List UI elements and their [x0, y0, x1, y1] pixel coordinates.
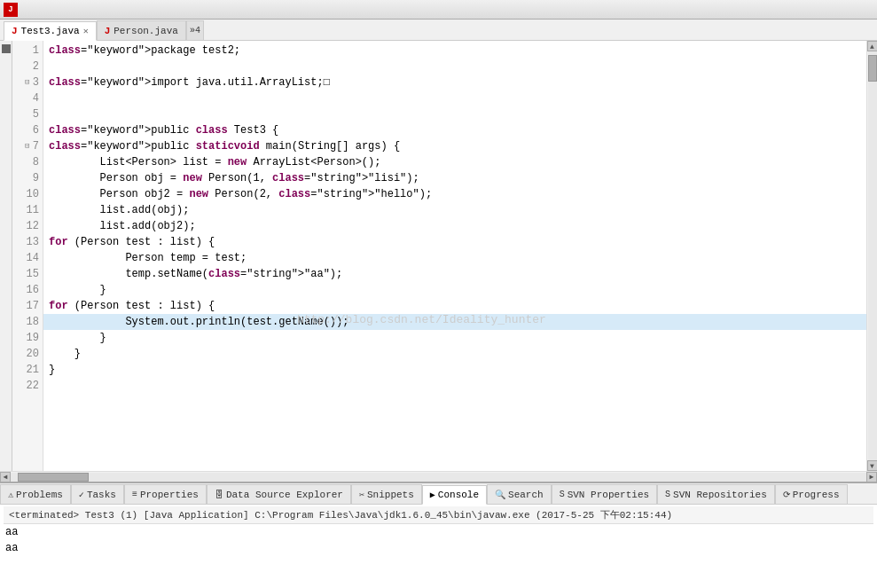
code-line-3: class="keyword">import java.util.ArrayLi…: [43, 74, 866, 90]
bottom-tab-label-2: Properties: [140, 490, 199, 500]
line-number-4: 4: [12, 90, 39, 106]
code-line-22: [43, 378, 866, 394]
line-number-14: 14: [12, 250, 39, 266]
tab-overflow[interactable]: »4: [186, 20, 204, 40]
fold-icon-7[interactable]: ⊟: [22, 141, 33, 152]
bottom-panel: ⚠Problems✓Tasks≡Properties🗄Data Source E…: [0, 482, 877, 588]
bottom-tab-icon-5: ▶: [430, 490, 435, 500]
bottom-tab-svn-repositories[interactable]: SSVN Repositories: [657, 484, 775, 504]
bottom-tab-label-8: SVN Repositories: [673, 490, 767, 500]
bottom-tab-icon-2: ≡: [132, 490, 137, 499]
bottom-tab-label-6: Search: [508, 490, 544, 500]
bottom-tab-label-5: Console: [438, 490, 479, 500]
line-number-10: 10: [12, 186, 39, 202]
code-line-17: for (Person test : list) {: [43, 298, 866, 314]
line-number-18: 18: [12, 314, 39, 330]
line-number-9: 9: [12, 170, 39, 186]
code-line-18: System.out.println(test.getName());: [43, 314, 866, 330]
bottom-tab-label-0: Problems: [16, 490, 63, 500]
bottom-tab-problems[interactable]: ⚠Problems: [0, 484, 71, 504]
scroll-track[interactable]: [868, 51, 877, 460]
code-line-1: class="keyword">package test2;: [43, 43, 866, 59]
bottom-tab-progress[interactable]: ⟳Progress: [775, 484, 848, 504]
bottom-tab-icon-7: S: [560, 490, 565, 499]
bottom-tab-tasks[interactable]: ✓Tasks: [71, 484, 124, 504]
bottom-tab-svn-properties[interactable]: SSVN Properties: [552, 484, 657, 504]
bottom-tab-label-7: SVN Properties: [568, 490, 649, 500]
tab-person-label: Person.java: [114, 26, 178, 36]
code-line-12: list.add(obj2);: [43, 218, 866, 234]
tab-java-icon2: J: [105, 26, 111, 36]
code-line-11: list.add(obj);: [43, 202, 866, 218]
line-number-1: 1: [12, 43, 39, 59]
bottom-tab-data-source-explorer[interactable]: 🗄Data Source Explorer: [207, 484, 351, 504]
left-strip: [0, 41, 12, 471]
line-number-20: 20: [12, 346, 39, 362]
scroll-right-arrow[interactable]: ▶: [866, 472, 877, 482]
code-line-7: class="keyword">public static void main(…: [43, 138, 866, 154]
bottom-tab-icon-6: 🔍: [495, 490, 505, 500]
code-line-8: List<Person> list = new ArrayList<Person…: [43, 154, 866, 170]
code-line-21: }: [43, 362, 866, 378]
code-line-9: Person obj = new Person(1, class="string…: [43, 170, 866, 186]
code-line-6: class="keyword">public class Test3 {: [43, 122, 866, 138]
app-icon: J: [4, 3, 18, 17]
bottom-tab-icon-1: ✓: [79, 490, 84, 500]
code-line-5: [43, 106, 866, 122]
line-number-2: 2: [12, 59, 39, 74]
line-number-11: 11: [12, 202, 39, 218]
console-panel: <terminated> Test3 (1) [Java Application…: [0, 505, 877, 588]
code-line-13: for (Person test : list) {: [43, 234, 866, 250]
vertical-scrollbar[interactable]: ▲ ▼: [866, 41, 877, 471]
title-bar-left: J: [4, 3, 18, 17]
bottom-tab-label-4: Snippets: [367, 490, 414, 500]
scroll-up-arrow[interactable]: ▲: [867, 41, 878, 51]
scroll-left-arrow[interactable]: ◀: [0, 472, 11, 482]
code-line-2: [43, 59, 866, 74]
title-bar: J: [0, 0, 877, 20]
bottom-tab-icon-8: S: [665, 490, 670, 499]
console-status-text: <terminated> Test3 (1) [Java Application…: [9, 508, 672, 521]
scroll-down-arrow[interactable]: ▼: [867, 460, 878, 471]
editor-tab-test3[interactable]: J Test3.java ✕: [4, 21, 97, 41]
h-scroll-track[interactable]: [11, 473, 866, 482]
bottom-tab-label-3: Data Source Explorer: [226, 490, 343, 500]
console-output-line-1: aa: [4, 540, 873, 556]
line-number-8: 8: [12, 154, 39, 170]
bottom-tab-console[interactable]: ▶Console: [422, 485, 487, 505]
main-editor-area: 12⊟3456⊟78910111213141516171819202122 cl…: [0, 41, 877, 471]
editor-tab-person[interactable]: J Person.java: [97, 20, 186, 40]
code-line-16: }: [43, 282, 866, 298]
code-editor[interactable]: class="keyword">package test2; class="ke…: [43, 41, 866, 471]
code-line-10: Person obj2 = new Person(2, class="strin…: [43, 186, 866, 202]
code-line-4: [43, 90, 866, 106]
line-number-16: 16: [12, 282, 39, 298]
horizontal-scrollbar[interactable]: ◀ ▶: [0, 471, 877, 482]
bottom-tab-properties[interactable]: ≡Properties: [124, 484, 207, 504]
line-number-19: 19: [12, 330, 39, 346]
tab-java-icon: J: [12, 26, 18, 36]
code-line-15: temp.setName(class="string">"aa");: [43, 266, 866, 282]
line-number-17: 17: [12, 298, 39, 314]
bottom-tab-icon-9: ⟳: [783, 490, 790, 500]
tab-test3-close[interactable]: ✕: [83, 26, 89, 36]
bottom-tab-icon-0: ⚠: [8, 490, 13, 500]
line-number-5: 5: [12, 106, 39, 122]
line-number-12: 12: [12, 218, 39, 234]
h-scroll-thumb[interactable]: [18, 473, 89, 482]
bottom-tab-label-1: Tasks: [87, 490, 116, 500]
bottom-tab-icon-4: ✂: [359, 490, 364, 500]
console-status-bar: <terminated> Test3 (1) [Java Application…: [4, 506, 873, 524]
code-line-14: Person temp = test;: [43, 250, 866, 266]
line-number-21: 21: [12, 362, 39, 378]
line-number-6: 6: [12, 122, 39, 138]
line-number-22: 22: [12, 378, 39, 394]
bottom-tab-search[interactable]: 🔍Search: [487, 484, 552, 504]
bottom-tabs-bar: ⚠Problems✓Tasks≡Properties🗄Data Source E…: [0, 483, 877, 505]
code-line-19: }: [43, 330, 866, 346]
scroll-thumb[interactable]: [868, 55, 877, 82]
line-number-15: 15: [12, 266, 39, 282]
bottom-tab-label-9: Progress: [793, 490, 840, 500]
fold-icon-3[interactable]: ⊟: [22, 77, 33, 88]
bottom-tab-snippets[interactable]: ✂Snippets: [351, 484, 422, 504]
